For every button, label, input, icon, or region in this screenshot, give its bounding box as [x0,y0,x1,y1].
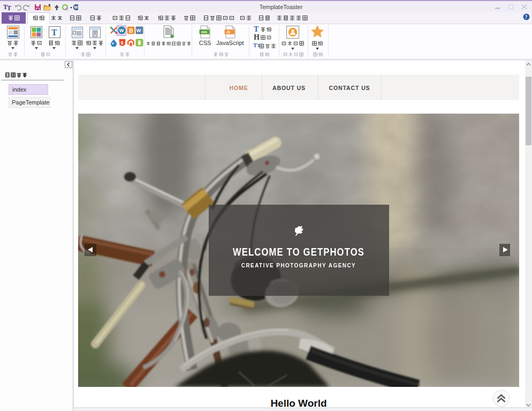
svg-text:css: css [201,30,207,34]
svg-text:?: ? [525,14,528,20]
svg-text:W: W [136,28,141,33]
svg-text:5: 5 [121,40,124,46]
svg-text:T: T [51,28,57,37]
svg-text:W: W [119,28,124,33]
svg-text:B: B [129,28,133,34]
svg-text:T: T [7,4,11,11]
svg-text:Js: Js [226,30,231,34]
svg-text:W: W [74,5,78,10]
